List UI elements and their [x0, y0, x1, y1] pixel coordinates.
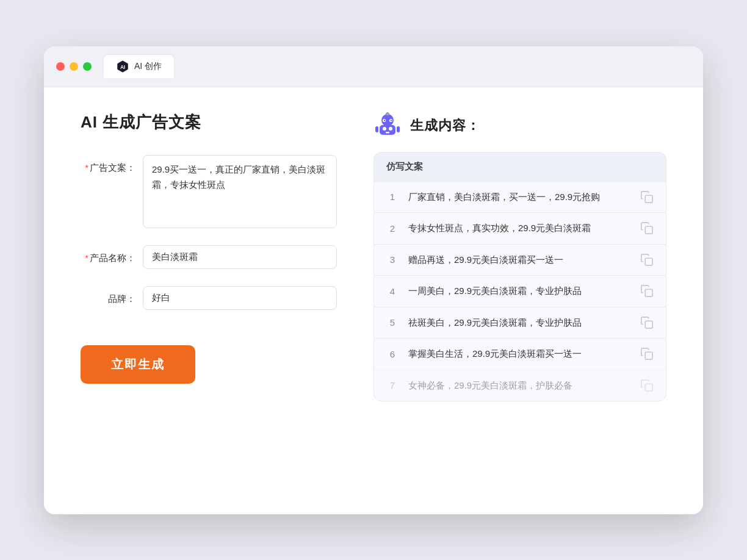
traffic-lights	[56, 62, 92, 71]
product-name-label: *产品名称：	[81, 245, 135, 264]
table-row: 3 赠品再送，29.9元美白淡斑霜买一送一	[374, 244, 666, 276]
result-title: 生成内容：	[410, 117, 480, 135]
svg-rect-9	[375, 126, 378, 132]
svg-rect-6	[386, 132, 389, 134]
copy-icon-7[interactable]	[640, 379, 654, 392]
row-num-2: 2	[386, 223, 399, 234]
svg-rect-18	[645, 290, 652, 297]
required-star-product: *	[85, 253, 88, 263]
ai-tab-icon: AI	[116, 60, 129, 73]
svg-point-4	[383, 127, 386, 131]
svg-rect-10	[397, 126, 400, 132]
table-row: 6 掌握美白生活，29.9元美白淡斑霜买一送一	[374, 338, 666, 370]
svg-rect-20	[645, 353, 652, 360]
ad-copy-group: *广告文案： 29.9买一送一，真正的厂家直销，美白淡斑霜，专抹女性斑点	[81, 155, 337, 228]
copy-icon-6[interactable]	[640, 347, 654, 361]
copy-icon-3[interactable]	[640, 253, 654, 267]
required-star-ad: *	[85, 162, 88, 173]
svg-rect-3	[380, 125, 395, 135]
result-header: 生成内容：	[374, 112, 666, 140]
right-panel: 生成内容： 仿写文案 1 厂家直销，美白淡斑霜，买一送一，29.9元抢购 2 专…	[374, 112, 666, 490]
row-text-1: 厂家直销，美白淡斑霜，买一送一，29.9元抢购	[408, 190, 630, 204]
svg-point-13	[384, 120, 385, 121]
svg-rect-15	[645, 195, 652, 203]
traffic-light-yellow[interactable]	[70, 62, 78, 71]
browser-titlebar: AI AI 创作	[44, 46, 703, 87]
table-row: 4 一周美白，29.9元美白淡斑霜，专业护肤品	[374, 275, 666, 307]
traffic-light-red[interactable]	[56, 62, 65, 71]
tab-title-label: AI 创作	[134, 61, 162, 72]
table-header: 仿写文案	[374, 153, 666, 181]
robot-icon	[374, 112, 402, 140]
row-num-5: 5	[386, 317, 399, 328]
row-num-4: 4	[386, 286, 399, 296]
svg-point-14	[391, 120, 392, 121]
page-title: AI 生成广告文案	[81, 112, 337, 133]
brand-label: 品牌：	[81, 286, 135, 305]
result-table: 仿写文案 1 厂家直销，美白淡斑霜，买一送一，29.9元抢购 2 专抹女性斑点，…	[374, 152, 666, 402]
table-row-last: 7 女神必备，29.9元美白淡斑霜，护肤必备	[374, 370, 666, 401]
row-num-3: 3	[386, 254, 399, 265]
svg-rect-21	[645, 384, 652, 391]
row-num-6: 6	[386, 349, 399, 359]
row-num-7: 7	[386, 380, 399, 390]
svg-rect-16	[645, 227, 652, 234]
product-name-group: *产品名称：	[81, 245, 337, 269]
copy-icon-4[interactable]	[640, 284, 654, 298]
row-text-7: 女神必备，29.9元美白淡斑霜，护肤必备	[408, 379, 630, 393]
product-name-input[interactable]	[143, 245, 337, 269]
svg-text:AI: AI	[120, 64, 125, 70]
copy-icon-5[interactable]	[640, 316, 654, 329]
browser-window: AI AI 创作 AI 生成广告文案 *广告文案： 29.9买一送一，真正的厂家…	[44, 46, 703, 514]
row-text-6: 掌握美白生活，29.9元美白淡斑霜买一送一	[408, 347, 630, 361]
table-row: 1 厂家直销，美白淡斑霜，买一送一，29.9元抢购	[374, 181, 666, 213]
svg-point-5	[389, 127, 392, 131]
ad-copy-input[interactable]: 29.9买一送一，真正的厂家直销，美白淡斑霜，专抹女性斑点	[143, 155, 337, 228]
svg-rect-17	[645, 258, 652, 265]
browser-content: AI 生成广告文案 *广告文案： 29.9买一送一，真正的厂家直销，美白淡斑霜，…	[44, 87, 703, 514]
row-text-3: 赠品再送，29.9元美白淡斑霜买一送一	[408, 253, 630, 267]
copy-icon-2[interactable]	[640, 221, 654, 235]
table-row: 5 祛斑美白，29.9元美白淡斑霜，专业护肤品	[374, 307, 666, 339]
left-panel: AI 生成广告文案 *广告文案： 29.9买一送一，真正的厂家直销，美白淡斑霜，…	[81, 112, 337, 490]
traffic-light-green[interactable]	[83, 62, 92, 71]
row-text-2: 专抹女性斑点，真实功效，29.9元美白淡斑霜	[408, 221, 630, 235]
row-num-1: 1	[386, 192, 399, 202]
row-text-5: 祛斑美白，29.9元美白淡斑霜，专业护肤品	[408, 316, 630, 330]
brand-input[interactable]	[143, 286, 337, 310]
brand-group: 品牌：	[81, 286, 337, 310]
ad-copy-label: *广告文案：	[81, 155, 135, 174]
svg-rect-19	[645, 321, 652, 328]
submit-button[interactable]: 立即生成	[81, 345, 195, 384]
row-text-4: 一周美白，29.9元美白淡斑霜，专业护肤品	[408, 284, 630, 298]
copy-icon-1[interactable]	[640, 190, 654, 204]
svg-point-8	[386, 112, 389, 115]
browser-tab[interactable]: AI AI 创作	[104, 55, 174, 78]
table-row: 2 专抹女性斑点，真实功效，29.9元美白淡斑霜	[374, 212, 666, 244]
